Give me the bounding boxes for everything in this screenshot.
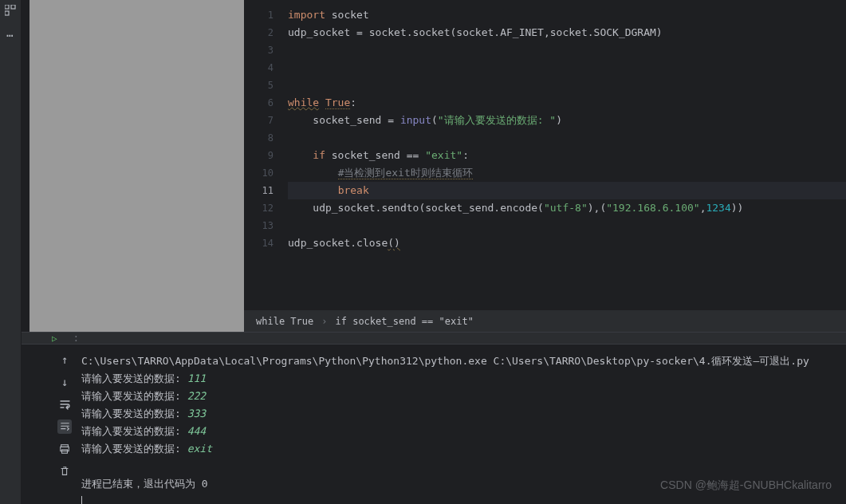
run-toolbar: ▷ : [22,332,846,345]
code-line[interactable] [288,129,846,147]
terminal-line: 请输入要发送的数据: 111 [81,370,842,388]
run-indicator-icon[interactable]: ▷ [52,333,57,344]
chevron-right-icon: › [321,316,327,327]
line-number: 6 [244,94,273,112]
soft-wrap-icon[interactable] [57,397,72,411]
trash-icon[interactable] [57,464,72,478]
code-line[interactable]: break [288,182,846,199]
line-number: 1 [244,6,273,24]
line-number: 4 [244,59,273,77]
line-number: 14 [244,234,273,252]
terminal-line: 请输入要发送的数据: 333 [81,405,842,423]
code-content[interactable]: import socketudp_socket = socket.socket(… [288,0,846,309]
top-section: 1234567891011121314 import socketudp_soc… [22,0,846,332]
svg-rect-2 [5,11,9,15]
terminal-line: 请输入要发送的数据: exit [81,440,842,458]
line-number: 5 [244,77,273,94]
terminal-command: C:\Users\TARRO\AppData\Local\Programs\Py… [81,352,842,370]
line-number: 10 [244,164,273,182]
watermark: CSDN @鲍海超-GNUBHCkalitarro [660,478,832,493]
line-number: 13 [244,217,273,234]
toolbar-sep: : [73,333,79,344]
code-line[interactable] [288,217,846,234]
line-number: 2 [244,24,273,41]
code-line[interactable]: udp_socket = socket.socket(socket.AF_INE… [288,24,846,41]
line-number: 8 [244,129,273,147]
svg-rect-1 [11,5,15,9]
breadcrumb-item[interactable]: if socket_send == "exit" [335,316,473,327]
line-number: 3 [244,41,273,59]
line-number: 11 [244,182,273,199]
side-panel [30,0,244,332]
main-area: 1234567891011121314 import socketudp_soc… [22,0,846,504]
code-line[interactable]: while True: [288,94,846,112]
line-number: 9 [244,147,273,164]
scroll-to-end-icon[interactable] [57,419,72,434]
code-editor[interactable]: 1234567891011121314 import socketudp_soc… [244,0,846,309]
print-icon[interactable] [57,442,72,456]
code-line[interactable]: udp_socket.close() [288,234,846,252]
terminal-cursor-line[interactable] [81,493,842,504]
svg-rect-0 [5,5,9,9]
up-arrow-icon[interactable]: ↑ [57,352,72,367]
line-number: 7 [244,112,273,129]
more-icon[interactable]: ⋯ [4,29,17,41]
line-number: 12 [244,199,273,217]
code-line[interactable]: if socket_send == "exit": [288,147,846,164]
terminal-toolbar: ↑ ↓ [22,345,77,504]
activity-bar: ⋯ [0,0,22,504]
code-line[interactable]: udp_socket.sendto(socket_send.encode("ut… [288,199,846,217]
code-line[interactable]: socket_send = input("请输入要发送的数据: ") [288,112,846,129]
code-line[interactable]: #当检测到exit时则结束循环 [288,164,846,182]
line-gutter: 1234567891011121314 [244,0,288,309]
code-line[interactable] [288,77,846,94]
breadcrumb[interactable]: while True › if socket_send == "exit" [244,309,846,332]
terminal-line: 请输入要发送的数据: 222 [81,388,842,405]
code-line[interactable]: import socket [288,6,846,24]
structure-icon[interactable] [4,4,17,17]
code-line[interactable] [288,41,846,59]
terminal-line: 请输入要发送的数据: 444 [81,423,842,440]
breadcrumb-item[interactable]: while True [256,316,313,327]
down-arrow-icon[interactable]: ↓ [57,375,72,389]
code-line[interactable] [288,59,846,77]
editor-region: 1234567891011121314 import socketudp_soc… [244,0,846,332]
